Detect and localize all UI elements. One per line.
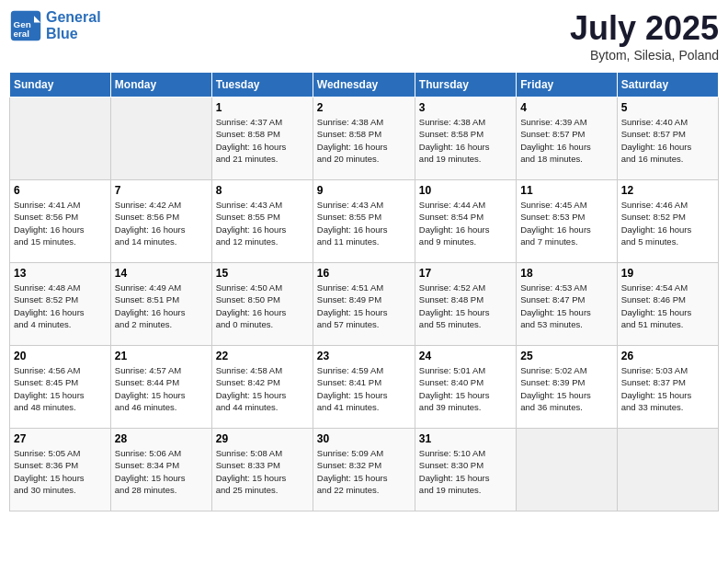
- logo-icon: Gen eral: [9, 9, 42, 42]
- calendar-table: SundayMondayTuesdayWednesdayThursdayFrid…: [9, 72, 719, 511]
- weekday-header-saturday: Saturday: [617, 73, 718, 98]
- logo: Gen eral General Blue: [9, 9, 101, 42]
- day-number: 22: [216, 350, 309, 362]
- day-number: 23: [317, 350, 411, 362]
- calendar-cell: 29Sunrise: 5:08 AM Sunset: 8:33 PM Dayli…: [211, 429, 313, 511]
- day-info: Sunrise: 4:39 AM Sunset: 8:57 PM Dayligh…: [520, 116, 612, 165]
- day-info: Sunrise: 4:50 AM Sunset: 8:50 PM Dayligh…: [216, 282, 309, 330]
- month-title: July 2025: [570, 9, 719, 48]
- day-number: 6: [14, 184, 107, 197]
- day-number: 28: [115, 432, 208, 445]
- day-number: 7: [115, 184, 208, 197]
- day-number: 20: [14, 350, 107, 362]
- day-number: 2: [317, 101, 411, 114]
- day-info: Sunrise: 5:05 AM Sunset: 8:36 PM Dayligh…: [14, 447, 107, 496]
- day-info: Sunrise: 4:38 AM Sunset: 8:58 PM Dayligh…: [317, 116, 411, 165]
- day-info: Sunrise: 4:59 AM Sunset: 8:41 PM Dayligh…: [317, 364, 411, 413]
- calendar-cell: 15Sunrise: 4:50 AM Sunset: 8:50 PM Dayli…: [211, 263, 313, 346]
- week-row-5: 27Sunrise: 5:05 AM Sunset: 8:36 PM Dayli…: [10, 429, 719, 511]
- day-info: Sunrise: 4:58 AM Sunset: 8:42 PM Dayligh…: [216, 364, 309, 413]
- day-number: 26: [621, 350, 714, 362]
- day-number: 11: [520, 184, 612, 197]
- day-info: Sunrise: 4:38 AM Sunset: 8:58 PM Dayligh…: [419, 116, 512, 165]
- calendar-cell: 18Sunrise: 4:53 AM Sunset: 8:47 PM Dayli…: [517, 263, 617, 346]
- weekday-header-tuesday: Tuesday: [211, 73, 313, 98]
- day-info: Sunrise: 4:43 AM Sunset: 8:55 PM Dayligh…: [216, 199, 309, 247]
- calendar-cell: 7Sunrise: 4:42 AM Sunset: 8:56 PM Daylig…: [110, 180, 211, 263]
- day-number: 24: [419, 350, 512, 362]
- weekday-header-monday: Monday: [110, 73, 211, 98]
- calendar-cell: 22Sunrise: 4:58 AM Sunset: 8:42 PM Dayli…: [211, 346, 313, 429]
- logo-text-blue: Blue: [46, 26, 101, 42]
- day-number: 5: [621, 101, 714, 114]
- week-row-3: 13Sunrise: 4:48 AM Sunset: 8:52 PM Dayli…: [10, 263, 719, 346]
- day-info: Sunrise: 4:46 AM Sunset: 8:52 PM Dayligh…: [621, 199, 714, 247]
- day-info: Sunrise: 4:45 AM Sunset: 8:53 PM Dayligh…: [520, 199, 612, 247]
- day-number: 25: [520, 350, 612, 362]
- calendar-cell: 9Sunrise: 4:43 AM Sunset: 8:55 PM Daylig…: [313, 180, 415, 263]
- day-number: 12: [621, 184, 714, 197]
- day-number: 3: [419, 101, 512, 114]
- day-number: 1: [216, 101, 309, 114]
- weekday-header-wednesday: Wednesday: [313, 73, 415, 98]
- title-block: July 2025 Bytom, Silesia, Poland: [570, 9, 719, 63]
- weekday-header-row: SundayMondayTuesdayWednesdayThursdayFrid…: [10, 73, 719, 98]
- calendar-cell: 19Sunrise: 4:54 AM Sunset: 8:46 PM Dayli…: [617, 263, 718, 346]
- calendar-cell: [110, 98, 211, 180]
- calendar-cell: 16Sunrise: 4:51 AM Sunset: 8:49 PM Dayli…: [313, 263, 415, 346]
- calendar-cell: 10Sunrise: 4:44 AM Sunset: 8:54 PM Dayli…: [415, 180, 516, 263]
- day-info: Sunrise: 4:57 AM Sunset: 8:44 PM Dayligh…: [115, 364, 208, 413]
- calendar-cell: 31Sunrise: 5:10 AM Sunset: 8:30 PM Dayli…: [415, 429, 516, 511]
- day-number: 9: [317, 184, 411, 197]
- weekday-header-friday: Friday: [517, 73, 617, 98]
- day-number: 18: [520, 267, 612, 280]
- day-info: Sunrise: 4:49 AM Sunset: 8:51 PM Dayligh…: [115, 282, 208, 330]
- calendar-cell: 8Sunrise: 4:43 AM Sunset: 8:55 PM Daylig…: [211, 180, 313, 263]
- page-header: Gen eral General Blue July 2025 Bytom, S…: [9, 9, 719, 63]
- day-number: 21: [115, 350, 208, 362]
- day-number: 4: [520, 101, 612, 114]
- location: Bytom, Silesia, Poland: [570, 48, 719, 63]
- day-info: Sunrise: 4:37 AM Sunset: 8:58 PM Dayligh…: [216, 116, 309, 165]
- day-info: Sunrise: 4:48 AM Sunset: 8:52 PM Dayligh…: [14, 282, 107, 330]
- day-number: 16: [317, 267, 411, 280]
- day-info: Sunrise: 4:44 AM Sunset: 8:54 PM Dayligh…: [419, 199, 512, 247]
- calendar-cell: 11Sunrise: 4:45 AM Sunset: 8:53 PM Dayli…: [517, 180, 617, 263]
- calendar-cell: 30Sunrise: 5:09 AM Sunset: 8:32 PM Dayli…: [313, 429, 415, 511]
- day-number: 30: [317, 432, 411, 445]
- day-info: Sunrise: 4:40 AM Sunset: 8:57 PM Dayligh…: [621, 116, 714, 165]
- calendar-cell: [617, 429, 718, 511]
- calendar-cell: 13Sunrise: 4:48 AM Sunset: 8:52 PM Dayli…: [10, 263, 111, 346]
- calendar-cell: 23Sunrise: 4:59 AM Sunset: 8:41 PM Dayli…: [313, 346, 415, 429]
- calendar-cell: 12Sunrise: 4:46 AM Sunset: 8:52 PM Dayli…: [617, 180, 718, 263]
- calendar-cell: 1Sunrise: 4:37 AM Sunset: 8:58 PM Daylig…: [211, 98, 313, 180]
- calendar-cell: 17Sunrise: 4:52 AM Sunset: 8:48 PM Dayli…: [415, 263, 516, 346]
- calendar-cell: 21Sunrise: 4:57 AM Sunset: 8:44 PM Dayli…: [110, 346, 211, 429]
- day-number: 8: [216, 184, 309, 197]
- calendar-cell: 26Sunrise: 5:03 AM Sunset: 8:37 PM Dayli…: [617, 346, 718, 429]
- day-number: 13: [14, 267, 107, 280]
- calendar-cell: 5Sunrise: 4:40 AM Sunset: 8:57 PM Daylig…: [617, 98, 718, 180]
- calendar-cell: 3Sunrise: 4:38 AM Sunset: 8:58 PM Daylig…: [415, 98, 516, 180]
- week-row-1: 1Sunrise: 4:37 AM Sunset: 8:58 PM Daylig…: [10, 98, 719, 180]
- week-row-4: 20Sunrise: 4:56 AM Sunset: 8:45 PM Dayli…: [10, 346, 719, 429]
- svg-text:eral: eral: [14, 29, 30, 39]
- calendar-cell: 20Sunrise: 4:56 AM Sunset: 8:45 PM Dayli…: [10, 346, 111, 429]
- day-number: 31: [419, 432, 512, 445]
- week-row-2: 6Sunrise: 4:41 AM Sunset: 8:56 PM Daylig…: [10, 180, 719, 263]
- calendar-cell: 27Sunrise: 5:05 AM Sunset: 8:36 PM Dayli…: [10, 429, 111, 511]
- weekday-header-sunday: Sunday: [10, 73, 111, 98]
- day-number: 19: [621, 267, 714, 280]
- day-number: 17: [419, 267, 512, 280]
- day-info: Sunrise: 4:56 AM Sunset: 8:45 PM Dayligh…: [14, 364, 107, 413]
- day-info: Sunrise: 5:09 AM Sunset: 8:32 PM Dayligh…: [317, 447, 411, 496]
- calendar-cell: [10, 98, 111, 180]
- day-info: Sunrise: 4:53 AM Sunset: 8:47 PM Dayligh…: [520, 282, 612, 330]
- logo-text-general: General: [46, 9, 101, 25]
- weekday-header-thursday: Thursday: [415, 73, 516, 98]
- calendar-cell: 4Sunrise: 4:39 AM Sunset: 8:57 PM Daylig…: [517, 98, 617, 180]
- day-info: Sunrise: 4:42 AM Sunset: 8:56 PM Dayligh…: [115, 199, 208, 247]
- calendar-cell: 2Sunrise: 4:38 AM Sunset: 8:58 PM Daylig…: [313, 98, 415, 180]
- calendar-cell: 24Sunrise: 5:01 AM Sunset: 8:40 PM Dayli…: [415, 346, 516, 429]
- day-info: Sunrise: 4:41 AM Sunset: 8:56 PM Dayligh…: [14, 199, 107, 247]
